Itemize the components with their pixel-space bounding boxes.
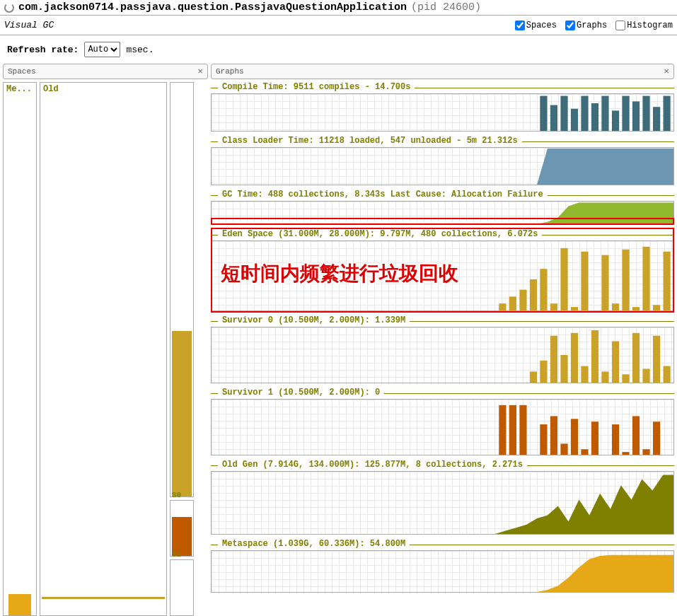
refresh-label: Refresh rate:: [7, 45, 79, 55]
refresh-select[interactable]: Auto: [84, 42, 120, 57]
graph-title-compile: Compile Time: 9511 compiles - 14.700s: [218, 82, 415, 92]
graphs-body: Compile Time: 9511 compiles - 14.700sCla…: [211, 79, 674, 616]
svg-rect-17: [540, 269, 547, 310]
svg-rect-54: [632, 416, 640, 455]
svg-rect-49: [571, 419, 578, 455]
svg-rect-38: [622, 374, 629, 383]
svg-rect-44: [509, 405, 516, 455]
svg-rect-55: [642, 449, 649, 455]
svg-rect-50: [581, 449, 588, 455]
svg-rect-31: [550, 336, 557, 383]
graph-area-gctime: [211, 201, 674, 225]
svg-rect-18: [550, 303, 557, 310]
refresh-row: Refresh rate: Auto msec.: [0, 35, 677, 64]
svg-rect-21: [581, 252, 588, 310]
svg-rect-40: [642, 369, 649, 383]
graph-title-gctime: GC Time: 488 collections, 8.343s Last Ca…: [218, 190, 548, 199]
svg-rect-0: [540, 96, 547, 131]
svg-rect-43: [499, 405, 506, 455]
graphs-panel: Graphs × Compile Time: 9511 compiles - 1…: [211, 64, 674, 616]
graph-oldgen: Old Gen (7.914G, 134.000M): 125.877M, 8 …: [211, 460, 674, 535]
svg-rect-30: [540, 361, 547, 383]
graph-area-compile: [211, 93, 674, 132]
svg-rect-34: [581, 366, 588, 383]
svg-rect-42: [664, 366, 671, 383]
space-s1: S1: [170, 559, 194, 616]
svg-rect-51: [591, 422, 598, 455]
graph-title-classloader: Class Loader Time: 11218 loaded, 547 unl…: [218, 136, 522, 146]
svg-rect-19: [560, 248, 567, 310]
svg-rect-11: [653, 107, 660, 131]
checkbox-spaces-input[interactable]: [515, 21, 525, 30]
svg-rect-9: [632, 101, 640, 131]
svg-rect-5: [591, 103, 598, 131]
svg-rect-25: [632, 307, 640, 310]
svg-rect-37: [612, 342, 619, 383]
graph-area-s0: [211, 327, 674, 383]
pid-text: (pid 24600): [411, 1, 481, 13]
svg-rect-28: [664, 252, 671, 310]
graph-gctime: GC Time: 488 collections, 8.343s Last Ca…: [211, 190, 674, 225]
svg-rect-23: [612, 303, 619, 310]
svg-rect-48: [560, 443, 567, 455]
checkbox-graphs-input[interactable]: [565, 21, 575, 30]
svg-rect-20: [571, 307, 578, 310]
space-old: Old: [40, 82, 167, 616]
svg-rect-12: [664, 96, 671, 131]
svg-rect-53: [622, 452, 629, 455]
svg-rect-2: [560, 96, 567, 131]
checkbox-histogram[interactable]: Histogram: [615, 21, 673, 30]
svg-rect-56: [653, 422, 660, 455]
svg-rect-27: [653, 305, 660, 310]
graph-title-eden: Eden Space (31.000M, 28.000M): 9.797M, 4…: [218, 229, 542, 239]
tab-name: Visual GC: [4, 20, 54, 30]
svg-rect-15: [519, 290, 526, 310]
space-old-bar: [42, 597, 165, 600]
graph-title-s0: Survivor 0 (10.500M, 2.000M): 1.339M: [218, 315, 410, 325]
graph-title-meta: Metaspace (1.039G, 60.336M): 54.800M: [218, 539, 410, 549]
spaces-panel-header: Spaces ×: [3, 64, 208, 79]
close-icon[interactable]: ×: [664, 66, 669, 77]
spaces-panel: Spaces × Me... Old S0 S1: [3, 64, 208, 616]
graph-title-oldgen: Old Gen (7.914G, 134.000M): 125.877M, 8 …: [218, 460, 527, 470]
refresh-unit: msec.: [126, 45, 154, 55]
spaces-body: Me... Old S0 S1: [3, 79, 208, 616]
svg-rect-24: [622, 250, 629, 310]
svg-rect-26: [642, 247, 649, 310]
svg-rect-1: [550, 105, 557, 131]
svg-rect-7: [612, 110, 619, 131]
svg-rect-46: [540, 424, 547, 455]
graph-title-s1: Survivor 1 (10.500M, 2.000M): 0: [218, 388, 384, 397]
space-me: Me...: [3, 82, 37, 616]
space-me-bar: [8, 594, 31, 615]
svg-rect-10: [642, 96, 649, 131]
svg-rect-22: [601, 255, 608, 310]
spinner-icon: [4, 3, 14, 13]
svg-rect-39: [632, 333, 640, 383]
svg-rect-29: [530, 371, 537, 383]
checkbox-histogram-input[interactable]: [615, 21, 625, 30]
svg-rect-3: [571, 109, 578, 131]
graph-area-oldgen: [211, 471, 674, 535]
svg-rect-14: [509, 296, 516, 310]
close-icon[interactable]: ×: [197, 66, 203, 77]
graphs-panel-header: Graphs ×: [211, 64, 674, 79]
svg-rect-4: [581, 96, 588, 131]
svg-rect-16: [530, 279, 537, 310]
svg-rect-33: [571, 333, 578, 383]
svg-rect-13: [499, 303, 506, 310]
svg-rect-35: [591, 330, 598, 383]
space-s0: S0: [170, 500, 194, 557]
svg-rect-8: [622, 96, 629, 131]
svg-rect-36: [601, 371, 608, 383]
checkbox-spaces[interactable]: Spaces: [515, 21, 557, 30]
svg-rect-45: [519, 405, 526, 455]
graph-classloader: Class Loader Time: 11218 loaded, 547 unl…: [211, 136, 674, 185]
graph-meta: Metaspace (1.039G, 60.336M): 54.800M: [211, 539, 674, 593]
window-titlebar: com.jackson0714.passjava.question.Passja…: [0, 0, 677, 16]
graph-compile: Compile Time: 9511 compiles - 14.700s: [211, 82, 674, 132]
svg-rect-32: [560, 355, 567, 383]
space-stack: S0 S1: [170, 82, 194, 616]
graph-area-meta: [211, 550, 674, 593]
checkbox-graphs[interactable]: Graphs: [565, 21, 607, 30]
